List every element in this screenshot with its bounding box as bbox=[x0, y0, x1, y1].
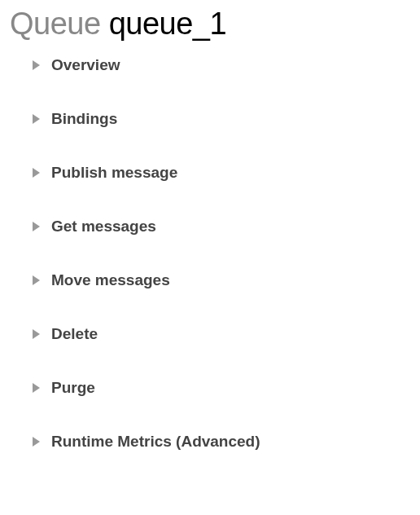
section-label: Bindings bbox=[51, 110, 117, 128]
section-label: Overview bbox=[51, 56, 120, 74]
section-label: Runtime Metrics (Advanced) bbox=[51, 433, 260, 451]
section-purge[interactable]: Purge bbox=[33, 379, 410, 397]
section-delete[interactable]: Delete bbox=[33, 325, 410, 343]
page-title: Queue queue_1 bbox=[10, 7, 410, 42]
section-move-messages[interactable]: Move messages bbox=[33, 271, 410, 289]
section-overview[interactable]: Overview bbox=[33, 56, 410, 74]
section-label: Move messages bbox=[51, 271, 170, 289]
chevron-right-icon bbox=[33, 60, 40, 70]
section-get-messages[interactable]: Get messages bbox=[33, 218, 410, 235]
section-label: Get messages bbox=[51, 218, 156, 235]
chevron-right-icon bbox=[33, 329, 40, 339]
page-title-prefix: Queue bbox=[10, 7, 101, 41]
chevron-right-icon bbox=[33, 275, 40, 285]
chevron-right-icon bbox=[33, 383, 40, 393]
queue-name: queue_1 bbox=[109, 7, 226, 41]
section-list: Overview Bindings Publish message Get me… bbox=[10, 56, 410, 451]
section-label: Purge bbox=[51, 379, 95, 397]
section-label: Publish message bbox=[51, 164, 177, 182]
chevron-right-icon bbox=[33, 168, 40, 178]
chevron-right-icon bbox=[33, 222, 40, 231]
chevron-right-icon bbox=[33, 437, 40, 447]
section-runtime-metrics[interactable]: Runtime Metrics (Advanced) bbox=[33, 433, 410, 451]
section-publish-message[interactable]: Publish message bbox=[33, 164, 410, 182]
chevron-right-icon bbox=[33, 114, 40, 124]
section-label: Delete bbox=[51, 325, 98, 343]
section-bindings[interactable]: Bindings bbox=[33, 110, 410, 128]
